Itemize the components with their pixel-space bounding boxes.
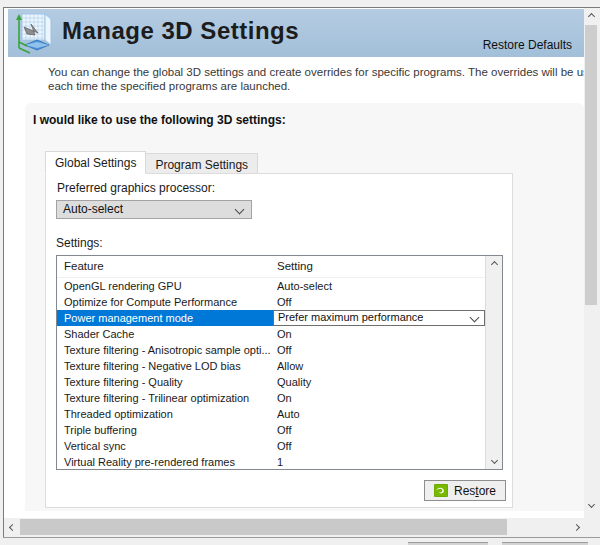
scroll-down-icon[interactable]: [584, 496, 598, 512]
table-rows: OpenGL rendering GPU Auto-select Optimiz…: [57, 278, 485, 470]
scroll-up-icon[interactable]: [486, 257, 502, 272]
table-row[interactable]: Texture filtering - Anisotropic sample o…: [57, 342, 485, 358]
setting-cell: Allow: [277, 358, 303, 374]
setting-cell: Auto: [277, 406, 300, 422]
vertical-scrollbar[interactable]: [584, 8, 598, 512]
chevron-down-icon: [470, 313, 480, 323]
restore-button-label: Restore: [454, 484, 496, 498]
feature-cell: Optimize for Compute Performance: [57, 294, 273, 310]
table-row[interactable]: Virtual Reality pre-rendered frames 1: [57, 454, 485, 470]
feature-cell: Shader Cache: [57, 326, 273, 342]
page-description: You can change the global 3D settings an…: [48, 65, 584, 93]
power-management-mode-select[interactable]: Prefer maximum performance: [273, 310, 485, 326]
content-viewport: Manage 3D Settings Restore Defaults You …: [4, 8, 584, 518]
window-border-bottom: [3, 537, 600, 538]
feature-cell: Triple buffering: [57, 422, 273, 438]
feature-cell: Texture filtering - Anisotropic sample o…: [57, 342, 273, 358]
feature-cell: Texture filtering - Negative LOD bias: [57, 358, 273, 374]
column-header-setting: Setting: [277, 260, 313, 272]
feature-cell: Texture filtering - Trilinear optimizati…: [57, 390, 273, 406]
nvidia-logo-icon: [434, 484, 448, 497]
settings-group: I would like to use the following 3D set…: [25, 103, 584, 511]
table-scrollbar[interactable]: [485, 256, 502, 469]
description-line-2: each time the specified programs are lau…: [48, 79, 584, 93]
setting-cell: Off: [277, 342, 291, 358]
column-header-feature: Feature: [64, 260, 104, 272]
scroll-right-icon[interactable]: [568, 518, 584, 536]
table-row[interactable]: Optimize for Compute Performance Off: [57, 294, 485, 310]
table-row[interactable]: Texture filtering - Quality Quality: [57, 374, 485, 390]
description-line-1: You can change the global 3D settings an…: [48, 65, 584, 79]
global-settings-panel: Preferred graphics processor: Auto-selec…: [45, 173, 513, 508]
table-row[interactable]: Triple buffering Off: [57, 422, 485, 438]
setting-value: Prefer maximum performance: [278, 311, 424, 323]
horizontal-scrollbar-thumb[interactable]: [20, 519, 507, 535]
setting-cell: Off: [277, 422, 291, 438]
table-row[interactable]: Texture filtering - Trilinear optimizati…: [57, 390, 485, 406]
restore-button[interactable]: Restore: [424, 480, 506, 501]
tab-program-settings[interactable]: Program Settings: [146, 153, 258, 174]
table-header: Feature Setting: [57, 256, 485, 278]
scroll-down-icon[interactable]: [486, 453, 502, 468]
settings-label: Settings:: [56, 236, 103, 250]
restore-defaults-link[interactable]: Restore Defaults: [483, 38, 572, 52]
nvidia-control-panel-window: Manage 3D Settings Restore Defaults You …: [0, 0, 600, 545]
preferred-gpu-label: Preferred graphics processor:: [57, 181, 215, 195]
page-header: Manage 3D Settings Restore Defaults: [8, 9, 584, 57]
group-heading: I would like to use the following 3D set…: [33, 113, 286, 127]
table-row[interactable]: OpenGL rendering GPU Auto-select: [57, 278, 485, 294]
feature-cell: Texture filtering - Quality: [57, 374, 273, 390]
feature-cell: OpenGL rendering GPU: [57, 278, 273, 294]
table-row[interactable]: Shader Cache On: [57, 326, 485, 342]
page-title: Manage 3D Settings: [62, 17, 299, 45]
scroll-up-icon[interactable]: [584, 8, 598, 24]
setting-cell: Off: [277, 294, 291, 310]
window-border-top: [3, 7, 600, 8]
feature-cell: Power management mode: [57, 310, 273, 326]
table-row-selected[interactable]: Power management mode Prefer maximum per…: [57, 310, 485, 326]
table-row[interactable]: Texture filtering - Negative LOD bias Al…: [57, 358, 485, 374]
feature-cell: Vertical sync: [57, 438, 273, 454]
preferred-gpu-value: Auto-select: [63, 202, 123, 216]
chevron-down-icon: [235, 205, 245, 215]
setting-cell: On: [277, 326, 292, 342]
tab-global-settings[interactable]: Global Settings: [45, 151, 146, 174]
vertical-scrollbar-thumb[interactable]: [585, 25, 597, 305]
feature-cell: Threaded optimization: [57, 406, 273, 422]
window-border-left: [3, 7, 4, 538]
horizontal-scrollbar[interactable]: [4, 518, 584, 536]
settings-table: Feature Setting OpenGL rendering GPU Aut…: [56, 255, 503, 470]
feature-cell: Virtual Reality pre-rendered frames: [57, 454, 273, 470]
setting-cell: Auto-select: [277, 278, 332, 294]
setting-cell: Off: [277, 438, 291, 454]
table-row[interactable]: Threaded optimization Auto: [57, 406, 485, 422]
preferred-gpu-select[interactable]: Auto-select: [56, 200, 252, 219]
setting-cell: On: [277, 390, 292, 406]
setting-cell: Quality: [277, 374, 311, 390]
tab-bar: Global Settings Program Settings: [45, 151, 258, 174]
table-row[interactable]: Vertical sync Off: [57, 438, 485, 454]
manage-3d-settings-icon: [14, 12, 52, 54]
setting-cell: 1: [277, 454, 283, 470]
scroll-left-icon[interactable]: [4, 518, 20, 536]
